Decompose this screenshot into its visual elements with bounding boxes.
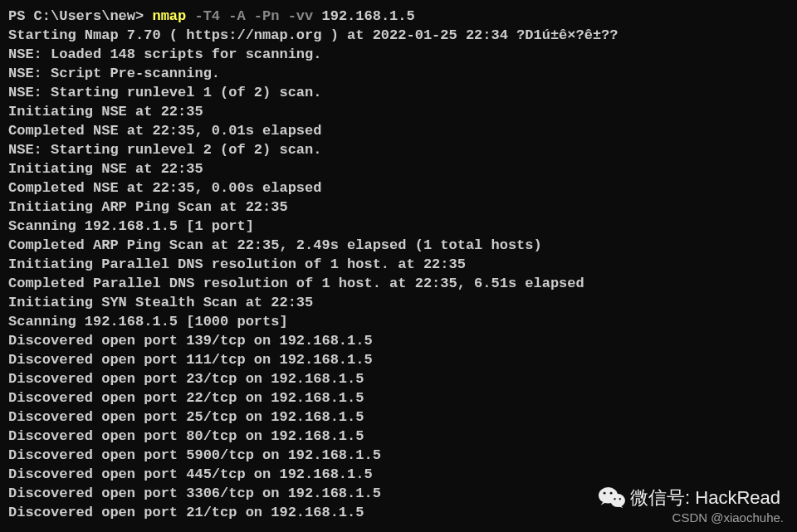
output-line: Discovered open port 25/tcp on 192.168.1… <box>8 408 789 427</box>
prompt-prefix: PS C:\Users\new> <box>8 8 152 24</box>
output-line: Discovered open port 5900/tcp on 192.168… <box>8 446 789 465</box>
output-line: NSE: Starting runlevel 2 (of 2) scan. <box>8 140 789 159</box>
prompt-line: PS C:\Users\new> nmap -T4 -A -Pn -vv 192… <box>8 7 789 26</box>
output-line: Discovered open port 22/tcp on 192.168.1… <box>8 388 789 408</box>
output-line: Discovered open port 445/tcp on 192.168.… <box>8 465 789 484</box>
output-line: Completed NSE at 22:35, 0.00s elapsed <box>8 178 789 198</box>
svg-point-4 <box>614 498 615 500</box>
svg-point-3 <box>610 492 613 495</box>
output-line: Discovered open port 139/tcp on 192.168.… <box>8 331 789 350</box>
watermark-wechat-text: 微信号: HackRead <box>630 488 780 507</box>
wechat-icon <box>599 486 625 509</box>
output-line: NSE: Starting runlevel 1 (of 2) scan. <box>8 83 789 102</box>
output-line: Completed NSE at 22:35, 0.01s elapsed <box>8 121 789 140</box>
svg-point-2 <box>604 492 606 495</box>
terminal-output[interactable]: PS C:\Users\new> nmap -T4 -A -Pn -vv 192… <box>8 7 789 522</box>
output-line: Scanning 192.168.1.5 [1000 ports] <box>8 312 789 331</box>
output-line: Discovered open port 80/tcp on 192.168.1… <box>8 427 789 446</box>
output-line: Discovered open port 111/tcp on 192.168.… <box>8 350 789 369</box>
output-line: Completed ARP Ping Scan at 22:35, 2.49s … <box>8 236 789 255</box>
command-name: nmap <box>152 8 186 24</box>
output-line: Initiating NSE at 22:35 <box>8 102 789 121</box>
command-flags: -T4 -A -Pn -vv <box>186 8 321 24</box>
output-line: NSE: Loaded 148 scripts for scanning. <box>8 45 789 64</box>
output-line: NSE: Script Pre-scanning. <box>8 64 789 83</box>
output-line: Initiating SYN Stealth Scan at 22:35 <box>8 293 789 312</box>
output-line: Initiating Parallel DNS resolution of 1 … <box>8 255 789 274</box>
output-line: Discovered open port 23/tcp on 192.168.1… <box>8 369 789 388</box>
output-line: Initiating ARP Ping Scan at 22:35 <box>8 198 789 217</box>
svg-point-5 <box>619 498 621 500</box>
output-line: Completed Parallel DNS resolution of 1 h… <box>8 274 789 293</box>
svg-point-1 <box>610 494 625 507</box>
watermark-csdn: CSDN @xiaochuhe. <box>672 508 784 527</box>
output-line: Scanning 192.168.1.5 [1 port] <box>8 217 789 236</box>
output-line: Initiating NSE at 22:35 <box>8 159 789 178</box>
command-target: 192.168.1.5 <box>321 8 414 24</box>
output-line: Starting Nmap 7.70 ( https://nmap.org ) … <box>8 26 789 45</box>
watermark-wechat: 微信号: HackRead <box>599 486 780 509</box>
